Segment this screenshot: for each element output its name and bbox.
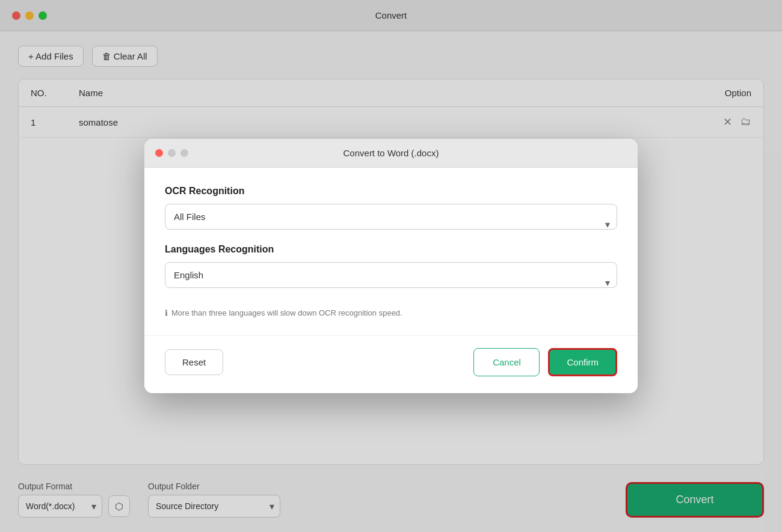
dialog-footer: Reset Cancel Confirm <box>144 335 638 393</box>
dialog-title-bar: Convert to Word (.docx) <box>144 139 638 168</box>
languages-select-wrapper: English Chinese French German Japanese <box>165 262 617 302</box>
convert-dialog: Convert to Word (.docx) OCR Recognition … <box>144 139 638 393</box>
languages-select[interactable]: English Chinese French German Japanese <box>165 262 617 288</box>
dialog-right-buttons: Cancel Confirm <box>473 348 617 376</box>
dialog-close-button[interactable] <box>155 149 163 157</box>
dialog-maximize-button[interactable] <box>180 149 188 157</box>
confirm-button[interactable]: Confirm <box>548 348 617 376</box>
ocr-select[interactable]: All Files Selected Files Current File <box>165 204 617 230</box>
modal-overlay: Convert to Word (.docx) OCR Recognition … <box>0 0 782 532</box>
dialog-minimize-button[interactable] <box>168 149 176 157</box>
info-icon: ℹ <box>165 308 168 317</box>
hint-text: More than three languages will slow down… <box>171 308 402 317</box>
dialog-window-controls <box>155 149 188 157</box>
dialog-hint: ℹ More than three languages will slow do… <box>165 308 617 317</box>
ocr-select-wrapper: All Files Selected Files Current File <box>165 204 617 244</box>
languages-label: Languages Recognition <box>165 244 617 255</box>
cancel-button[interactable]: Cancel <box>473 348 540 376</box>
dialog-body: OCR Recognition All Files Selected Files… <box>144 168 638 335</box>
ocr-label: OCR Recognition <box>165 186 617 197</box>
reset-button[interactable]: Reset <box>165 349 223 375</box>
dialog-title: Convert to Word (.docx) <box>343 148 439 158</box>
